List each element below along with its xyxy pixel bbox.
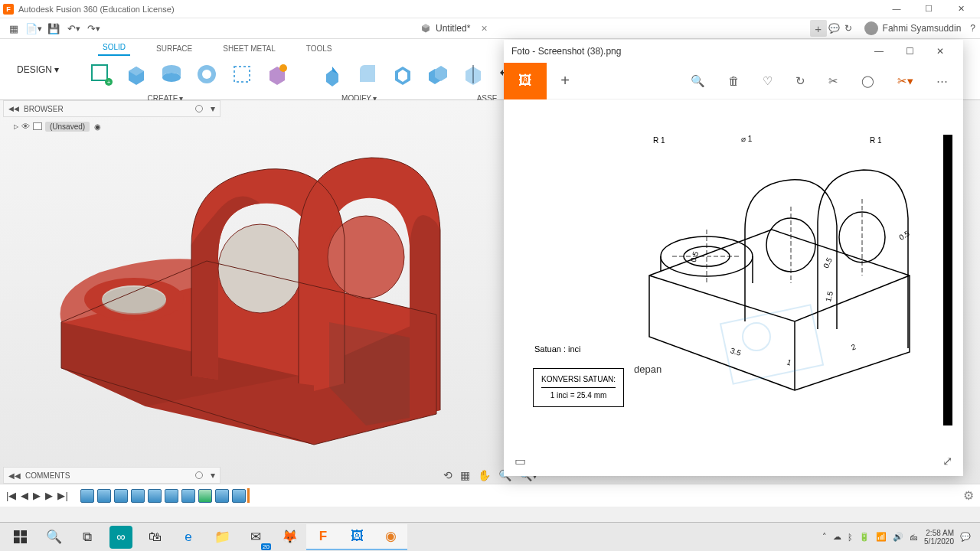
add-to-button[interactable]: + xyxy=(547,72,583,90)
store-button[interactable]: 🛍 xyxy=(138,524,172,550)
timeline-step[interactable] xyxy=(114,489,128,503)
explorer-button[interactable]: 📁 xyxy=(205,524,239,550)
look-at-icon[interactable]: ▦ xyxy=(460,469,470,481)
timeline-settings-icon[interactable]: ⚙ xyxy=(963,488,974,503)
radio-icon[interactable]: ◉ xyxy=(94,122,101,131)
collection-thumb-button[interactable]: 🖼 xyxy=(504,63,547,99)
extensions-icon[interactable]: 💬 xyxy=(828,23,840,34)
timeline-prev-button[interactable]: ◀ xyxy=(21,490,28,501)
favorite-icon[interactable]: ♡ xyxy=(763,74,773,88)
search-button[interactable]: 🔍 xyxy=(37,524,70,550)
timeline-marker-icon[interactable]: ▎ xyxy=(247,488,256,503)
photos-close-button[interactable]: ✕ xyxy=(925,46,956,57)
save-button[interactable]: 💾 xyxy=(44,20,63,37)
user-menu[interactable]: Fahmi Syamsuddin xyxy=(864,21,962,35)
timeline-step[interactable] xyxy=(181,489,195,503)
timeline-step[interactable] xyxy=(215,489,229,503)
loft-tool[interactable] xyxy=(228,60,256,88)
collapse-icon[interactable]: ◀◀ xyxy=(8,105,19,112)
collapse-icon[interactable]: ◀◀ xyxy=(8,471,21,480)
visibility-dot-icon[interactable] xyxy=(195,471,203,479)
tab-tools[interactable]: TOOLS xyxy=(302,41,337,56)
timeline-next-button[interactable]: ▶ xyxy=(45,490,53,501)
file-menu-button[interactable]: 📄▾ xyxy=(24,20,43,37)
close-tab-button[interactable]: × xyxy=(481,22,487,34)
zoom-icon[interactable]: 🔍 xyxy=(691,74,705,88)
expand-icon[interactable]: ⤢ xyxy=(942,454,952,468)
photos-minimize-button[interactable]: — xyxy=(864,46,894,57)
mail-button[interactable]: ✉20 xyxy=(239,524,273,550)
more-icon[interactable]: ⋯ xyxy=(936,74,948,88)
photos-taskbar-button[interactable]: 🖼 xyxy=(340,524,374,550)
expand-icon[interactable]: ▷ xyxy=(14,123,18,130)
tab-surface[interactable]: SURFACE xyxy=(152,41,197,56)
photos-titlebar[interactable]: Foto - Screenshot (38).png — ☐ ✕ xyxy=(504,40,963,63)
revolve-tool[interactable] xyxy=(158,60,185,88)
app-taskbar-button[interactable]: ◉ xyxy=(374,524,407,550)
timeline-step[interactable] xyxy=(198,489,212,503)
help-icon[interactable]: ? xyxy=(970,23,975,34)
sketch-tool[interactable]: + xyxy=(87,60,115,88)
settings-dot-icon[interactable]: ▾ xyxy=(211,103,215,114)
close-button[interactable]: ✕ xyxy=(945,4,977,14)
tray-chevron-icon[interactable]: ˄ xyxy=(822,532,827,542)
search-visual-icon[interactable]: ◯ xyxy=(861,74,874,88)
timeline-step[interactable] xyxy=(80,489,94,503)
browser-root-node[interactable]: ▷ 👁 (Unsaved) ◉ xyxy=(3,119,220,134)
fusion-taskbar-button[interactable]: F xyxy=(306,524,340,550)
timeline-step[interactable] xyxy=(131,489,145,503)
new-tab-button[interactable]: + xyxy=(810,20,827,37)
shell-tool[interactable] xyxy=(389,60,416,88)
orbit-icon[interactable]: ⟲ xyxy=(443,469,452,481)
edit-icon[interactable]: ✂▾ xyxy=(897,74,913,88)
combine-tool[interactable] xyxy=(424,60,452,88)
photos-maximize-button[interactable]: ☐ xyxy=(894,46,925,57)
document-tab[interactable]: Untitled* × xyxy=(420,22,488,34)
bluetooth-icon[interactable]: ᛒ xyxy=(848,533,853,542)
wifi-icon[interactable]: 📶 xyxy=(876,532,887,542)
edge-button[interactable]: e xyxy=(172,524,205,550)
timeline-step[interactable] xyxy=(165,489,178,503)
timeline-end-button[interactable]: ▶| xyxy=(57,490,67,501)
crop-icon[interactable]: ✂ xyxy=(828,74,838,88)
box-tool[interactable] xyxy=(263,60,291,88)
clock[interactable]: 2:58 AM 5/1/2020 xyxy=(924,529,954,546)
extrude-tool[interactable] xyxy=(122,60,150,88)
timeline-step[interactable] xyxy=(97,489,111,503)
minimize-button[interactable]: — xyxy=(880,4,913,14)
language-icon[interactable]: 🖮 xyxy=(910,533,918,542)
press-pull-tool[interactable] xyxy=(318,60,346,88)
onedrive-icon[interactable]: ☁ xyxy=(833,532,841,542)
rotate-icon[interactable]: ↻ xyxy=(795,74,805,88)
undo-button[interactable]: ↶▾ xyxy=(64,20,83,37)
redo-button[interactable]: ↷▾ xyxy=(84,20,103,37)
split-tool[interactable] xyxy=(459,60,487,88)
timeline-step[interactable] xyxy=(148,489,162,503)
task-view-button[interactable]: ⧉ xyxy=(70,524,104,550)
fillet-tool[interactable] xyxy=(354,60,381,88)
timeline-start-button[interactable]: |◀ xyxy=(6,490,16,501)
browser-header[interactable]: ◀◀ BROWSER ▾ xyxy=(3,100,220,117)
maximize-button[interactable]: ☐ xyxy=(913,4,945,14)
eye-icon[interactable]: 👁 xyxy=(21,122,30,131)
tab-solid[interactable]: SOLID xyxy=(98,40,130,56)
taskbar-app[interactable]: ∞ xyxy=(109,526,132,549)
timeline-play-button[interactable]: ▶ xyxy=(33,490,41,501)
comments-panel[interactable]: ◀◀ COMMENTS ▾ xyxy=(3,467,220,484)
battery-icon[interactable]: 🔋 xyxy=(859,532,870,542)
job-status-icon[interactable]: ↻ xyxy=(844,23,852,34)
firefox-button[interactable]: 🦊 xyxy=(273,524,306,550)
sweep-tool[interactable] xyxy=(193,60,220,88)
data-panel-button[interactable]: ▦ xyxy=(5,20,23,37)
pan-icon[interactable]: ✋ xyxy=(478,469,491,481)
tab-sheet-metal[interactable]: SHEET METAL xyxy=(218,41,280,56)
photos-canvas[interactable]: R 1 ⌀ 1 R 1 0.5 0.5 0.5 1.5 2 1 3.5 Satu… xyxy=(504,99,963,445)
visibility-dot-icon[interactable] xyxy=(195,105,203,112)
filmstrip-icon[interactable]: ▭ xyxy=(514,454,526,468)
timeline-step[interactable] xyxy=(232,489,246,503)
notifications-icon[interactable]: 💬 xyxy=(960,532,971,542)
volume-icon[interactable]: 🔊 xyxy=(893,532,903,542)
delete-icon[interactable]: 🗑 xyxy=(728,74,740,88)
workspace-switcher[interactable]: DESIGN▾ xyxy=(0,39,77,99)
start-button[interactable] xyxy=(3,524,37,550)
